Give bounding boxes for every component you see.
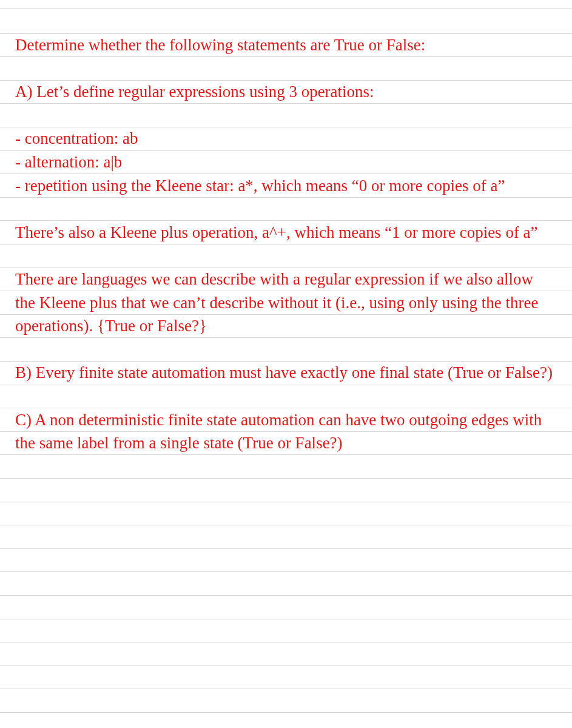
paragraph-b: B) Every finite state automation must ha… [15,361,557,385]
paragraph-a-question: There are languages we can describe with… [15,268,557,338]
paragraph-c: C) A non deterministic finite state auto… [15,408,557,455]
paragraph-intro: Determine whether the following statemen… [15,33,557,57]
paragraph-a-heading: A) Let’s define regular expressions usin… [15,80,557,104]
document-content: Determine whether the following statemen… [0,0,572,455]
paragraph-a-operations: - concentration: ab - alternation: a|b -… [15,127,557,197]
paragraph-a-kleene-plus: There’s also a Kleene plus operation, a^… [15,221,557,244]
